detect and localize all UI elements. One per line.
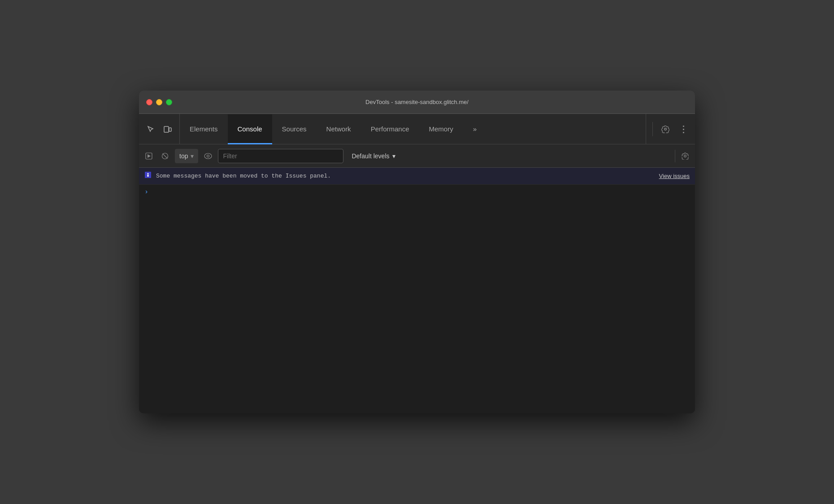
svg-line-5 [163, 153, 168, 158]
clear-console-button[interactable] [159, 150, 171, 162]
inspect-icon-button[interactable] [143, 122, 158, 136]
tab-bar-right: ⋮ [646, 114, 695, 144]
devtools-panel: Elements Console Sources Network Perform… [139, 114, 695, 413]
svg-rect-0 [164, 126, 169, 132]
tab-network[interactable]: Network [317, 114, 361, 144]
view-issues-link[interactable]: View issues [659, 173, 690, 179]
tab-memory[interactable]: Memory [419, 114, 463, 144]
tab-elements[interactable]: Elements [180, 114, 228, 144]
levels-chevron-icon: ▾ [392, 152, 395, 160]
maximize-button[interactable] [166, 99, 172, 105]
tab-performance[interactable]: Performance [361, 114, 419, 144]
console-info-message: Some messages have been moved to the Iss… [139, 168, 695, 185]
filter-input[interactable] [218, 149, 343, 163]
svg-point-6 [204, 153, 212, 159]
devtools-window: DevTools - samesite-sandbox.glitch.me/ [139, 91, 695, 413]
tab-console[interactable]: Console [228, 114, 272, 144]
console-content: Some messages have been moved to the Iss… [139, 168, 695, 413]
execute-script-button[interactable] [143, 150, 155, 162]
info-icon [144, 171, 152, 181]
svg-rect-9 [148, 173, 149, 174]
console-settings-icon-button[interactable] [679, 150, 691, 162]
settings-icon-button[interactable] [658, 122, 673, 136]
filter-eye-button[interactable] [202, 150, 214, 162]
console-prompt-line: › [139, 185, 695, 200]
svg-rect-1 [169, 128, 171, 131]
device-toggle-button[interactable] [161, 122, 175, 136]
svg-rect-10 [148, 174, 149, 177]
svg-marker-3 [148, 154, 151, 158]
tabs: Elements Console Sources Network Perform… [180, 114, 646, 144]
chevron-down-icon: ▾ [191, 152, 194, 160]
minimize-button[interactable] [156, 99, 162, 105]
more-options-icon-button[interactable]: ⋮ [676, 122, 691, 136]
context-label: top [179, 152, 188, 160]
console-toolbar: top ▾ Default levels ▾ [139, 144, 695, 168]
levels-label: Default levels [352, 152, 389, 160]
context-selector[interactable]: top ▾ [175, 149, 198, 163]
tab-more[interactable]: » [463, 114, 486, 144]
prompt-arrow-icon: › [144, 188, 148, 196]
tab-bar: Elements Console Sources Network Perform… [139, 114, 695, 144]
tab-sources[interactable]: Sources [272, 114, 317, 144]
console-message-text: Some messages have been moved to the Iss… [156, 173, 655, 179]
svg-point-7 [207, 155, 209, 157]
close-button[interactable] [146, 99, 152, 105]
title-bar: DevTools - samesite-sandbox.glitch.me/ [139, 91, 695, 114]
traffic-lights [139, 99, 172, 105]
log-levels-button[interactable]: Default levels ▾ [347, 151, 400, 161]
window-title: DevTools - samesite-sandbox.glitch.me/ [365, 99, 469, 105]
tab-bar-icons [139, 114, 180, 144]
